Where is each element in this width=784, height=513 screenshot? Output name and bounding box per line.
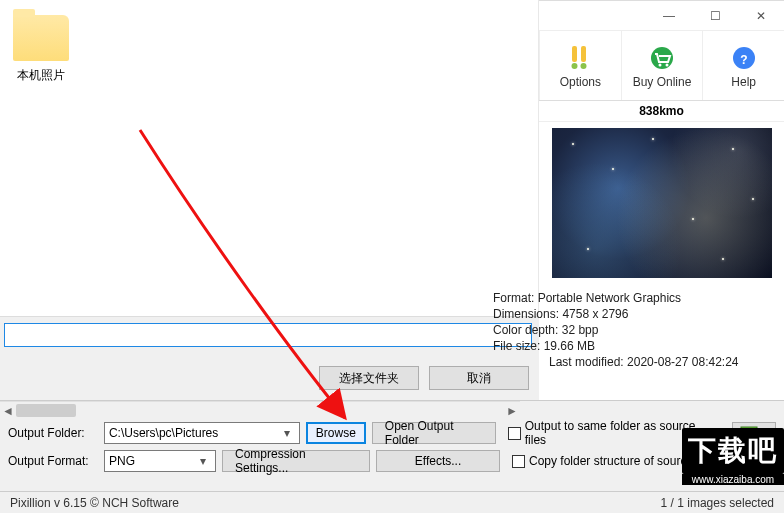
options-icon — [565, 43, 595, 73]
copy-structure-label: Copy folder structure of source files — [529, 454, 718, 468]
open-output-folder-button[interactable]: Open Output Folder — [372, 422, 496, 444]
help-label: Help — [731, 75, 756, 89]
svg-rect-9 — [741, 427, 757, 439]
window-titlebar: — ☐ ✕ — [539, 1, 784, 31]
horizontal-scrollbar[interactable]: ◄ ► — [0, 401, 520, 418]
folder-label: 本机照片 — [8, 67, 73, 84]
file-metadata: Format: Portable Network Graphics Dimens… — [539, 284, 784, 376]
meta-modified: 2020-08-27 08:42:24 — [627, 355, 738, 369]
options-button[interactable]: Options — [539, 31, 621, 100]
output-folder-combo[interactable]: C:\Users\pc\Pictures ▾ — [104, 422, 300, 444]
output-folder-label: Output Folder: — [8, 426, 98, 440]
info-panel: — ☐ ✕ Options Buy Online ? Help 838kmo — [539, 0, 784, 400]
folder-dialog-footer: 选择文件夹 取消 — [0, 316, 539, 400]
close-button[interactable]: ✕ — [738, 2, 784, 30]
same-folder-label: Output to same folder as source files — [525, 419, 720, 447]
copy-structure-checkbox[interactable]: Copy folder structure of source files — [512, 454, 718, 468]
svg-rect-1 — [581, 46, 586, 62]
browse-button[interactable]: Browse — [306, 422, 366, 444]
app-toolbar: Options Buy Online ? Help — [539, 31, 784, 101]
meta-dimensions: 4758 x 2796 — [562, 307, 628, 321]
svg-text:?: ? — [740, 53, 747, 67]
folder-path-input[interactable] — [4, 323, 532, 347]
buy-online-label: Buy Online — [633, 75, 692, 89]
chevron-down-icon[interactable]: ▾ — [279, 426, 295, 440]
chevron-down-icon[interactable]: ▾ — [195, 454, 211, 468]
minimize-button[interactable]: — — [646, 2, 692, 30]
options-label: Options — [560, 75, 601, 89]
preview-filename: 838kmo — [539, 101, 784, 122]
svg-point-5 — [659, 63, 662, 66]
compression-settings-button[interactable]: Compression Settings... — [222, 450, 370, 472]
meta-filesize: 19.66 MB — [544, 339, 595, 353]
convert-button[interactable] — [732, 422, 776, 444]
version-text: Pixillion v 6.15 © NCH Software — [10, 496, 179, 510]
output-format-combo[interactable]: PNG ▾ — [104, 450, 216, 472]
folder-item[interactable]: 本机照片 — [8, 15, 73, 84]
checkbox-box — [508, 427, 521, 440]
conversion-controls: ◄ ► Output Folder: C:\Users\pc\Pictures … — [0, 400, 784, 513]
output-folder-value: C:\Users\pc\Pictures — [109, 426, 279, 440]
checkbox-box — [512, 455, 525, 468]
select-folder-button[interactable]: 选择文件夹 — [319, 366, 419, 390]
status-bar: Pixillion v 6.15 © NCH Software 1 / 1 im… — [0, 491, 784, 513]
svg-point-2 — [572, 63, 578, 69]
scroll-right-arrow[interactable]: ► — [504, 402, 520, 419]
svg-point-3 — [581, 63, 587, 69]
svg-rect-0 — [572, 46, 577, 62]
scroll-left-arrow[interactable]: ◄ — [0, 402, 16, 419]
output-format-value: PNG — [109, 454, 195, 468]
selection-text: 1 / 1 images selected — [661, 496, 774, 510]
buy-online-button[interactable]: Buy Online — [621, 31, 703, 100]
meta-format: Portable Network Graphics — [538, 291, 681, 305]
folder-icon — [13, 15, 69, 61]
svg-point-6 — [666, 63, 669, 66]
effects-button[interactable]: Effects... — [376, 450, 500, 472]
convert-icon — [740, 425, 768, 441]
meta-depth: 32 bpp — [562, 323, 599, 337]
help-icon: ? — [729, 43, 759, 73]
maximize-button[interactable]: ☐ — [692, 2, 738, 30]
scroll-thumb[interactable] — [16, 404, 76, 417]
cart-icon — [647, 43, 677, 73]
same-folder-checkbox[interactable]: Output to same folder as source files — [508, 419, 720, 447]
output-format-label: Output Format: — [8, 454, 98, 468]
image-preview — [552, 128, 772, 278]
cancel-button[interactable]: 取消 — [429, 366, 529, 390]
help-button[interactable]: ? Help — [702, 31, 784, 100]
